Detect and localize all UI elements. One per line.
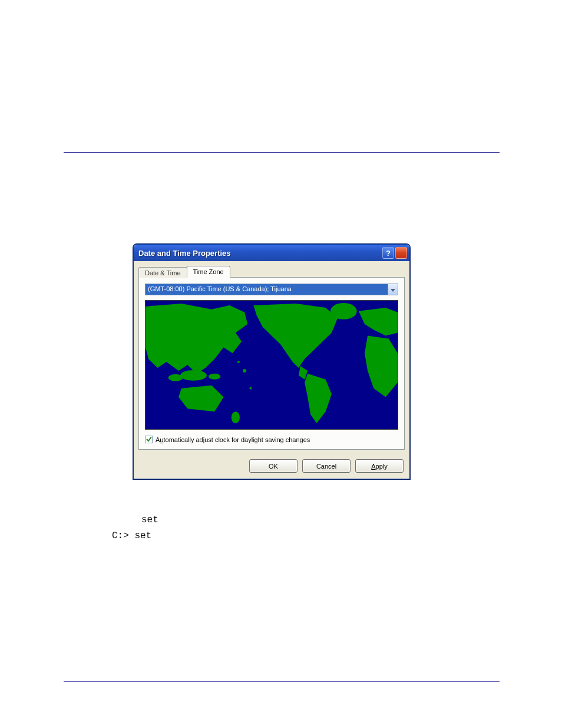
ok-button[interactable]: OK [249, 459, 297, 473]
titlebar: Date and Time Properties ? [134, 245, 409, 261]
divider-bottom [64, 681, 500, 682]
tab-label: Date & Time [145, 269, 181, 276]
dialog-button-row: OK Cancel Apply [134, 454, 409, 479]
button-label: Cancel [316, 463, 336, 470]
button-label: Apply [371, 463, 388, 470]
world-map [145, 300, 398, 430]
tab-date-time[interactable]: Date & Time [138, 267, 187, 278]
dst-checkbox-label[interactable]: Automatically adjust clock for daylight … [156, 436, 310, 443]
svg-point-5 [232, 411, 240, 423]
svg-point-7 [243, 369, 246, 373]
time-zone-panel: (GMT-08:00) Pacific Time (US & Canada); … [138, 277, 405, 450]
timezone-select[interactable]: (GMT-08:00) Pacific Time (US & Canada); … [145, 284, 398, 295]
svg-point-8 [249, 387, 252, 390]
svg-point-6 [330, 303, 357, 319]
cancel-button[interactable]: Cancel [302, 459, 351, 473]
svg-point-3 [209, 374, 220, 380]
svg-point-9 [237, 361, 240, 363]
help-button[interactable]: ? [382, 247, 394, 259]
svg-point-4 [214, 333, 221, 350]
check-icon [146, 436, 152, 443]
code-text-set: set [141, 515, 158, 525]
help-icon: ? [386, 249, 391, 258]
svg-point-2 [168, 374, 183, 381]
divider-top [64, 152, 500, 153]
tab-label: Time Zone [193, 268, 224, 275]
tab-time-zone[interactable]: Time Zone [187, 266, 230, 278]
dst-checkbox-row: Automatically adjust clock for daylight … [145, 436, 398, 443]
tab-strip: Date & Time Time Zone [134, 261, 409, 277]
svg-point-1 [180, 370, 207, 381]
close-button[interactable] [395, 247, 407, 259]
chevron-down-icon [391, 284, 395, 295]
apply-button[interactable]: Apply [355, 459, 404, 473]
window-title: Date and Time Properties [138, 249, 381, 258]
dropdown-arrow[interactable] [388, 284, 398, 295]
timezone-select-value: (GMT-08:00) Pacific Time (US & Canada); … [146, 284, 388, 295]
button-label: OK [269, 463, 278, 470]
date-time-properties-dialog: Date and Time Properties ? Date & Time T… [133, 244, 410, 479]
code-text-prompt: C:> set [112, 531, 151, 541]
dst-checkbox[interactable] [145, 436, 153, 443]
